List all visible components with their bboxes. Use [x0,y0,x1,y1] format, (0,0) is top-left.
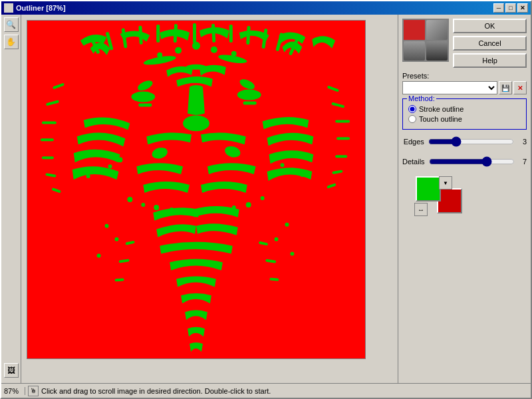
edges-value: 3 [518,138,527,146]
svg-rect-31 [327,183,336,189]
ok-button[interactable]: OK [453,19,527,33]
svg-rect-29 [335,155,347,158]
svg-point-49 [231,51,237,57]
app-icon [4,3,13,13]
svg-rect-18 [53,82,65,89]
delete-preset-button[interactable]: ✕ [513,81,527,94]
cancel-button[interactable]: Cancel [453,36,527,51]
svg-point-59 [261,196,265,200]
method-legend: Method: [407,94,436,102]
svg-point-62 [97,254,101,258]
color-area: ▼ ↔ [402,176,527,216]
svg-point-46 [175,47,182,54]
svg-point-58 [246,202,251,207]
svg-rect-70 [265,259,276,263]
svg-rect-37 [174,24,178,43]
svg-point-7 [183,115,209,131]
main-content: 🔍 ✋ 🖼 [1,15,531,383]
svg-point-52 [154,205,159,210]
save-preset-button[interactable]: 💾 [499,81,512,94]
svg-rect-5 [138,104,152,107]
swap-colors-button[interactable]: ↔ [414,203,428,216]
svg-rect-26 [331,102,344,108]
svg-rect-36 [156,25,160,43]
presets-dropdown[interactable] [402,81,497,94]
svg-rect-34 [121,28,127,48]
image-canvas[interactable] [27,20,366,359]
svg-rect-38 [193,23,196,43]
logo-cell-3 [404,41,425,61]
canvas-area[interactable] [21,15,398,383]
color-options-button[interactable]: ▼ [439,176,452,190]
maximize-button[interactable]: □ [505,3,516,13]
svg-point-8 [151,146,169,160]
hand-tool-button[interactable]: ✋ [4,35,19,49]
svg-rect-6 [243,102,257,105]
details-value: 7 [519,158,527,166]
stroke-outline-radio[interactable] [408,105,416,113]
svg-rect-67 [118,259,129,263]
svg-point-55 [201,209,205,213]
window-title: Outliner [87%] [16,4,493,12]
help-button[interactable]: Help [453,53,527,68]
svg-rect-30 [332,170,342,174]
touch-outline-radio[interactable] [408,115,416,123]
svg-rect-24 [51,188,61,194]
svg-rect-28 [336,137,350,140]
svg-point-64 [275,237,279,241]
minimize-button[interactable]: ─ [493,3,504,13]
status-icon: 🖱 [28,386,39,396]
svg-rect-71 [269,277,279,281]
presets-label: Presets: [402,72,527,80]
svg-point-16 [289,168,295,173]
tiger-image [27,21,365,358]
svg-point-57 [232,205,236,209]
svg-point-73 [238,77,256,91]
foreground-color-swatch[interactable] [416,176,441,201]
svg-point-10 [117,157,122,162]
stroke-outline-label: Stroke outline [419,105,464,113]
svg-point-54 [185,208,190,213]
svg-point-45 [192,42,200,50]
close-button[interactable]: ✕ [517,3,528,13]
statusbar: 87% 🖱 Click and drag to scroll image in … [1,383,531,398]
svg-rect-68 [114,278,124,281]
svg-point-53 [170,207,174,211]
touch-outline-row: Touch outline [408,115,521,123]
edges-slider[interactable] [428,136,514,147]
svg-point-14 [270,156,275,161]
details-slider[interactable] [429,156,515,167]
method-group: Method: Stroke outline Touch outline [402,98,527,130]
svg-point-65 [290,252,294,256]
svg-rect-21 [41,138,54,141]
zoom-level: 87% [4,387,25,395]
zoom-tool-button[interactable]: 🔍 [4,17,19,32]
svg-point-47 [211,47,217,53]
svg-rect-41 [246,26,250,45]
svg-point-50 [127,197,132,202]
main-window: Outliner [87%] ─ □ ✕ 🔍 ✋ 🖼 [0,0,532,399]
extra-tool-button[interactable]: 🖼 [4,363,19,378]
left-toolbar: 🔍 ✋ 🖼 [1,15,21,383]
svg-point-61 [114,237,118,241]
svg-point-12 [96,169,102,174]
svg-rect-23 [45,173,56,178]
svg-rect-25 [327,86,339,92]
svg-rect-66 [125,241,134,245]
presets-section: Presets: 💾 ✕ [402,72,527,94]
svg-point-63 [285,223,289,227]
svg-point-4 [237,90,261,100]
titlebar: Outliner [87%] ─ □ ✕ [1,1,531,15]
svg-point-51 [141,203,145,207]
edges-slider-row: Edges 3 [402,136,527,147]
svg-rect-39 [211,24,215,43]
presets-row: 💾 ✕ [402,81,527,94]
svg-rect-27 [335,120,350,122]
svg-rect-20 [42,121,57,124]
status-message: Click and drag to scroll image in desire… [41,387,528,395]
logo-cell-2 [426,20,448,40]
svg-point-17 [300,173,304,177]
logo-cell-1 [404,20,425,40]
details-label: Details [402,158,425,166]
svg-rect-35 [138,26,142,45]
